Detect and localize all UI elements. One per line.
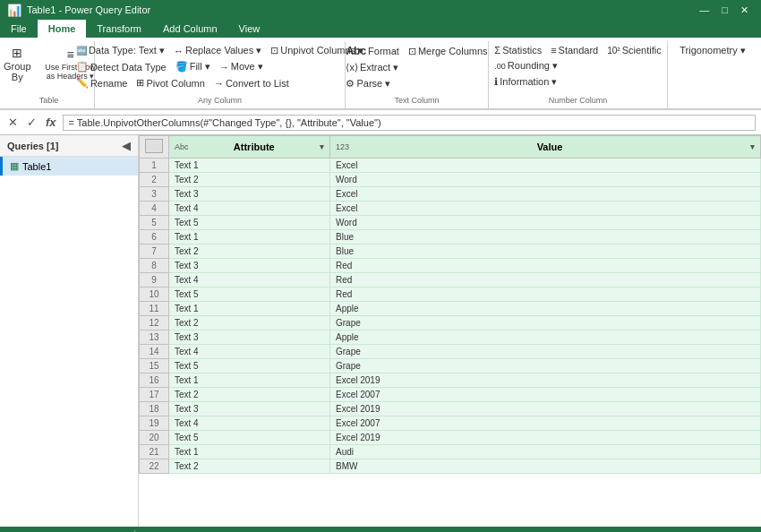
tab-add-column[interactable]: Add Column	[152, 20, 228, 38]
extract-button[interactable]: ⟨x⟩ Extract ▾	[342, 60, 402, 75]
scientific-button[interactable]: 10² Scientific	[603, 43, 664, 57]
value-cell: Red	[330, 259, 761, 273]
row-num-header	[140, 136, 169, 159]
value-cell: Grape	[330, 316, 761, 330]
queries-collapse-button[interactable]: ◀	[122, 139, 131, 152]
table-row: 17 Text 2 Excel 2007	[140, 388, 761, 402]
queries-panel: Queries [1] ◀ ▦ Table1	[0, 135, 139, 527]
formula-cancel-button[interactable]: ✕	[5, 116, 21, 129]
attribute-column-header[interactable]: Abc Attribute ▾	[169, 136, 330, 159]
value-cell: Grape	[330, 345, 761, 359]
parse-icon: ⚙	[346, 78, 355, 90]
ribbon-group-number-column: Σ Statistics ≡ Standard 10² Scientific .…	[489, 41, 668, 108]
data-type-button[interactable]: 🔤 Data Type: Text ▾	[73, 43, 168, 58]
statistics-label: Statistics	[502, 45, 542, 56]
rename-label: Rename	[90, 78, 128, 89]
data-area[interactable]: Abc Attribute ▾ 123 Value ▾	[139, 135, 761, 527]
row-number: 19	[140, 416, 169, 431]
group-title-any-column: Any Column	[198, 92, 242, 105]
table-body: 1 Text 1 Excel 2 Text 2 Word 3 Text 3 Ex…	[140, 159, 761, 474]
rename-button[interactable]: ✏️ Rename	[73, 75, 132, 90]
pivot-column-button[interactable]: ⊞ Pivot Column	[133, 75, 208, 90]
value-cell: Excel 2007	[330, 416, 761, 431]
tab-view[interactable]: View	[228, 20, 271, 38]
table-row: 20 Text 5 Excel 2019	[140, 431, 761, 445]
move-button[interactable]: → Move ▾	[216, 59, 267, 74]
attribute-cell: Text 4	[169, 273, 330, 287]
pivot-column-label: Pivot Column	[146, 78, 204, 89]
row-number: 9	[140, 273, 169, 287]
group-by-icon: ⊞	[12, 47, 22, 59]
information-icon: ℹ	[494, 76, 498, 88]
table-row: 14 Text 4 Grape	[140, 345, 761, 359]
main-layout: Queries [1] ◀ ▦ Table1 Abc Attribute	[0, 135, 761, 527]
value-filter-icon[interactable]: ▾	[750, 142, 755, 151]
fill-button[interactable]: 🪣 Fill ▾	[172, 59, 214, 74]
parse-button[interactable]: ⚙ Parse ▾	[342, 76, 394, 91]
move-label: Move ▾	[231, 61, 263, 73]
group-row-1: 🔤 Data Type: Text ▾ ↔ Replace Values ▾ ⊡…	[73, 43, 367, 58]
replace-values-button[interactable]: ↔ Replace Values ▾	[170, 43, 265, 58]
group-by-label: GroupBy	[4, 61, 31, 82]
attribute-cell: Text 4	[169, 345, 330, 359]
formula-confirm-button[interactable]: ✓	[24, 116, 39, 129]
row-number: 14	[140, 345, 169, 359]
close-button[interactable]: ✕	[735, 4, 754, 16]
group-content-any-column: 🔤 Data Type: Text ▾ ↔ Replace Values ▾ ⊡…	[73, 43, 367, 92]
attribute-cell: Text 5	[169, 431, 330, 445]
ribbon-group-trig: Trigonometry ▾	[668, 41, 757, 108]
attribute-cell: Text 1	[169, 373, 330, 388]
tab-home[interactable]: Home	[38, 20, 87, 38]
number-row-2: .00 Rounding ▾	[491, 58, 664, 73]
rounding-button[interactable]: .00 Rounding ▾	[491, 58, 561, 73]
row-number: 16	[140, 373, 169, 388]
convert-to-list-button[interactable]: → Convert to List	[210, 76, 293, 90]
query-item-table1[interactable]: ▦ Table1	[0, 157, 138, 176]
ribbon-tabs: File Home Transform Add Column View	[0, 20, 761, 38]
formula-fx-button[interactable]: fx	[43, 116, 59, 129]
trigonometry-button[interactable]: Trigonometry ▾	[676, 43, 748, 58]
group-row-3: ✏️ Rename ⊞ Pivot Column → Convert to Li…	[73, 75, 367, 90]
attribute-cell: Text 1	[169, 159, 330, 173]
statistics-button[interactable]: Σ Statistics	[491, 43, 545, 57]
table-row: 13 Text 3 Apple	[140, 330, 761, 345]
merge-columns-label: Merge Columns	[418, 46, 488, 56]
value-cell: BMW	[330, 459, 761, 474]
table-row: 12 Text 2 Grape	[140, 316, 761, 330]
table-row: 7 Text 2 Blue	[140, 245, 761, 259]
row-number: 8	[140, 259, 169, 273]
row-number: 20	[140, 431, 169, 445]
row-number: 2	[140, 173, 169, 187]
text-row-2: ⟨x⟩ Extract ▾	[342, 60, 491, 75]
standard-button[interactable]: ≡ Standard	[547, 43, 602, 57]
tab-file[interactable]: File	[0, 20, 38, 38]
table-row: 15 Text 5 Grape	[140, 359, 761, 373]
table-row: 2 Text 2 Word	[140, 173, 761, 187]
table-row: 9 Text 4 Red	[140, 273, 761, 287]
value-cell: Excel 2019	[330, 431, 761, 445]
maximize-button[interactable]: □	[716, 4, 733, 16]
information-label: Information ▾	[500, 76, 557, 88]
attribute-filter-icon[interactable]: ▾	[320, 142, 324, 151]
group-by-button[interactable]: ⊞ GroupBy	[0, 43, 38, 86]
rounding-icon: .00	[494, 62, 506, 71]
attribute-cell: Text 1	[169, 302, 330, 316]
attribute-cell: Text 1	[169, 445, 330, 459]
format-button[interactable]: Abc Format	[342, 43, 403, 59]
row-number: 4	[140, 202, 169, 216]
formula-input[interactable]	[63, 115, 756, 131]
tab-transform[interactable]: Transform	[86, 20, 152, 38]
information-button[interactable]: ℹ Information ▾	[491, 74, 560, 90]
row-number: 18	[140, 402, 169, 416]
merge-columns-button[interactable]: ⊡ Merge Columns	[405, 44, 492, 59]
ribbon-group-any-column: 🔤 Data Type: Text ▾ ↔ Replace Values ▾ ⊡…	[95, 41, 346, 108]
detect-data-type-button[interactable]: 📋 Detect Data Type	[73, 59, 170, 74]
minimize-button[interactable]: —	[694, 4, 714, 16]
group-title-text-column: Text Column	[394, 92, 439, 105]
statistics-icon: Σ	[494, 45, 500, 56]
row-number: 12	[140, 316, 169, 330]
number-row-3: ℹ Information ▾	[491, 74, 664, 90]
value-column-header[interactable]: 123 Value ▾	[330, 136, 761, 159]
queries-header: Queries [1] ◀	[0, 135, 138, 157]
title-text: Table1 - Power Query Editor	[27, 4, 150, 15]
